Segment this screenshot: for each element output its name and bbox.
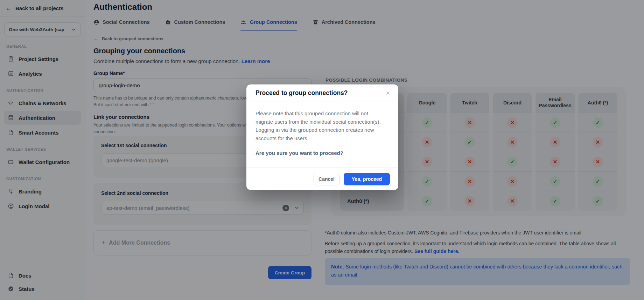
modal-header: Proceed to group connections? ✕: [246, 84, 398, 102]
cancel-button[interactable]: Cancel: [314, 173, 340, 185]
modal-message: Please note that this grouped connection…: [255, 109, 383, 142]
close-icon[interactable]: ✕: [384, 89, 392, 97]
modal-body: Please note that this grouped connection…: [246, 102, 398, 168]
proceed-modal: Proceed to group connections? ✕ Please n…: [246, 84, 398, 190]
app-root: ← Back to all projects One with Web3Auth…: [0, 0, 644, 300]
yes-proceed-button[interactable]: Yes, proceed: [344, 173, 390, 185]
modal-footer: Cancel Yes, proceed: [246, 168, 398, 190]
modal-title: Proceed to group connections?: [255, 89, 348, 97]
modal-question: Are you sure you want to proceed?: [255, 150, 383, 156]
